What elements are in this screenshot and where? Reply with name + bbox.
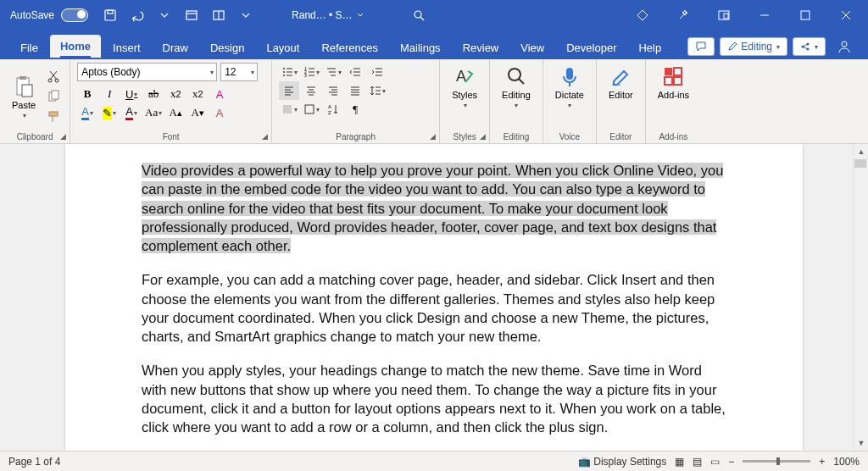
strike-button[interactable]: ab [143,85,164,103]
close-icon[interactable] [827,0,865,30]
clipboard-launcher[interactable]: ◢ [58,131,68,141]
minimize-icon[interactable] [746,0,783,30]
multilevel-button[interactable]: ▾ [323,63,343,81]
dictate-label: Dictate [555,90,584,100]
grow-font-button[interactable]: A▴ [165,103,186,122]
format-painter-icon[interactable] [44,108,63,126]
title-bar: AutoSave Rand… • S… [0,0,868,30]
paragraph-launcher[interactable]: ◢ [427,131,437,141]
tab-help[interactable]: Help [628,36,671,59]
scroll-thumb[interactable] [854,159,866,168]
save-icon[interactable] [98,3,122,27]
align-left-button[interactable] [279,81,299,100]
tab-layout[interactable]: Layout [256,36,309,59]
wand-icon[interactable] [665,0,702,30]
clear-format-button[interactable]: A [209,103,230,122]
sort-button[interactable]: AZ [323,100,343,119]
tab-view[interactable]: View [510,36,554,59]
group-styles: AStyles▾ Styles ◢ [440,59,490,143]
line-spacing-button[interactable]: ▾ [367,81,387,100]
qat-dropdown-icon[interactable] [234,3,258,27]
underline-button[interactable]: U▾ [121,85,142,103]
tab-references[interactable]: References [311,36,387,59]
subscript-button[interactable]: x2 [165,85,186,103]
tab-file[interactable]: File [10,36,48,59]
font-size-input[interactable] [221,66,248,78]
undo-icon[interactable] [125,3,149,27]
justify-button[interactable] [345,81,365,100]
view-print-icon[interactable]: ▦ [675,456,684,468]
page[interactable]: Video provides a powerful way to help yo… [65,144,803,451]
styles-button[interactable]: AStyles▾ [447,63,482,111]
addins-button[interactable]: Add-ins [653,63,694,102]
font-color-button[interactable]: A▾ [121,103,142,122]
qat-icon-1[interactable] [180,3,203,27]
share-button[interactable]: ▾ [793,37,826,56]
vertical-scrollbar[interactable]: ▲ ▼ [853,144,868,451]
scroll-up-icon[interactable]: ▲ [854,144,868,159]
svg-point-11 [842,42,847,47]
change-case-button[interactable]: Aa▾ [143,103,164,122]
decrease-indent-button[interactable] [345,63,365,81]
align-right-button[interactable] [323,81,343,100]
zoom-level[interactable]: 100% [833,456,860,468]
view-read-icon[interactable]: ▤ [693,456,702,468]
numbering-button[interactable]: 123▾ [301,63,321,81]
editor-button[interactable]: Editor [604,63,638,102]
scroll-down-icon[interactable]: ▼ [854,435,868,451]
borders-button[interactable]: ▾ [301,100,321,119]
zoom-slider[interactable] [743,460,810,463]
increase-indent-button[interactable] [367,63,387,81]
bullets-button[interactable]: ▾ [279,63,299,81]
display-settings[interactable]: 📺 Display Settings [578,456,666,468]
font-color-a-button[interactable]: A▾ [77,103,97,122]
tab-review[interactable]: Review [453,36,509,59]
group-paragraph: ▾ 123▾ ▾ ▾ ▾ ▾ AZ ¶ Paragraph ◢ [272,59,440,143]
dictate-button[interactable]: Dictate▾ [550,63,589,111]
shading-button[interactable]: ▾ [279,100,299,119]
diamond-icon[interactable] [624,0,661,30]
zoom-in-icon[interactable]: + [819,456,825,468]
comments-button[interactable] [687,37,715,56]
styles-launcher[interactable]: ◢ [477,131,487,141]
superscript-button[interactable]: x2 [187,85,208,103]
tab-developer[interactable]: Developer [556,36,626,59]
maximize-icon[interactable] [787,0,824,30]
paragraph-3[interactable]: When you apply styles, your headings cha… [142,361,726,436]
show-marks-button[interactable]: ¶ [345,100,365,119]
autosave-toggle[interactable] [61,8,88,22]
paragraph-1[interactable]: Video provides a powerful way to help yo… [142,163,723,253]
italic-button[interactable]: I [99,85,120,103]
copy-icon[interactable] [44,87,63,106]
tab-mailings[interactable]: Mailings [390,36,451,59]
search-icon[interactable] [407,3,431,27]
bold-button[interactable]: B [77,85,97,103]
tab-design[interactable]: Design [200,36,254,59]
text-effects-button[interactable]: A [209,85,230,103]
zoom-out-icon[interactable]: − [728,456,734,468]
undo-dropdown-icon[interactable] [153,3,176,27]
document-title[interactable]: Rand… • S… [292,9,364,21]
user-icon[interactable] [831,37,858,56]
editing-button[interactable]: Editing▾ [497,63,536,111]
view-web-icon[interactable]: ▭ [710,456,720,468]
qat-icon-2[interactable] [207,3,231,27]
cut-icon[interactable] [44,67,63,86]
ribbon: Paste▾ Clipboard ◢ ▾ ▾ B I U▾ ab x2 x2 [0,59,868,144]
font-name-input[interactable] [78,66,207,78]
paragraph-2[interactable]: For example, you can add a matching cove… [142,270,726,346]
svg-rect-14 [22,85,32,97]
shrink-font-button[interactable]: A▾ [187,103,208,122]
page-indicator[interactable]: Page 1 of 4 [8,456,60,468]
highlight-button[interactable]: ✎▾ [99,103,120,122]
tab-draw[interactable]: Draw [153,36,198,59]
tab-home[interactable]: Home [50,35,101,59]
font-size-combo[interactable]: ▾ [220,63,258,81]
editing-mode-button[interactable]: Editing▾ [720,37,787,56]
font-launcher[interactable]: ◢ [259,131,270,141]
paste-button[interactable]: Paste▾ [7,63,41,130]
panel-icon[interactable] [705,0,743,30]
font-name-combo[interactable]: ▾ [77,63,217,81]
tab-insert[interactable]: Insert [103,36,151,59]
align-center-button[interactable] [301,81,321,100]
